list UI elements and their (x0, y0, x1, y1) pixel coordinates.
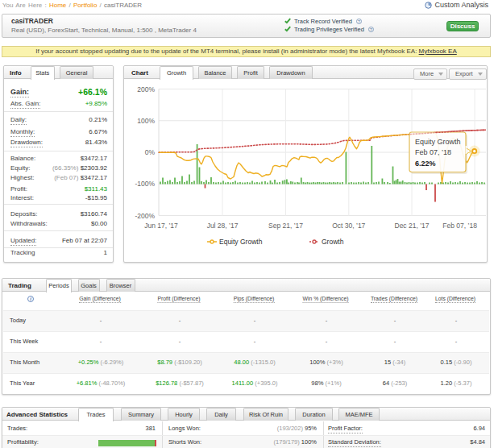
svg-text:6.22%: 6.22% (415, 160, 436, 168)
svg-text:Jul 28, ’17: Jul 28, ’17 (207, 222, 239, 230)
svg-text:Equity Growth: Equity Growth (415, 138, 461, 146)
svg-text:Jun 17, ’17: Jun 17, ’17 (144, 222, 178, 230)
svg-text:Sep 21, ’17: Sep 21, ’17 (268, 222, 303, 230)
svg-text:Growth: Growth (322, 238, 344, 246)
svg-text:0%: 0% (145, 148, 156, 156)
svg-text:-100%: -100% (135, 180, 155, 188)
svg-text:Dec 21, ’17: Dec 21, ’17 (395, 222, 430, 230)
svg-text:Feb 07, ’18: Feb 07, ’18 (442, 222, 477, 230)
svg-text:Feb 07, ’18: Feb 07, ’18 (415, 148, 451, 156)
svg-text:-200%: -200% (135, 212, 155, 220)
svg-text:Oct 30, ’17: Oct 30, ’17 (332, 222, 365, 230)
svg-text:100%: 100% (137, 117, 155, 125)
svg-text:200%: 200% (137, 85, 155, 93)
svg-text:Equity Growth: Equity Growth (219, 238, 263, 246)
